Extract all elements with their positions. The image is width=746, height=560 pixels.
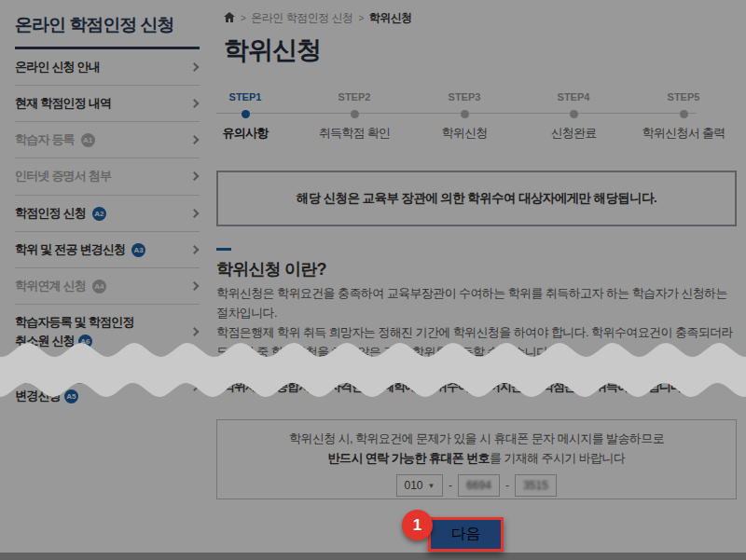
section-dash	[216, 248, 231, 251]
badge-a4: A4	[92, 280, 106, 294]
sidebar-menu: 온라인 신청 안내 현재 학점인정 내역 학습자 등록 A1 인터넷 증명서 첨…	[15, 49, 200, 415]
footer-strip	[0, 553, 746, 560]
sidebar-item-online-guide[interactable]: 온라인 신청 안내	[15, 49, 200, 86]
badge-a2: A2	[92, 207, 106, 221]
phone-dash: -	[505, 479, 509, 492]
section-body: 학위신청은 학위요건을 충족하여 교육부장관이 수여하는 학위를 취득하고자 하…	[216, 283, 739, 362]
breadcrumb-current: 학위신청	[369, 10, 412, 26]
page-title: 학위신청	[224, 34, 321, 67]
step-dot	[242, 110, 250, 118]
sidebar-item-degree-link[interactable]: 학위연계 신청 A4	[15, 268, 200, 305]
torn-text-fragment: 어지는	[479, 378, 532, 395]
chevron-right-icon	[190, 172, 200, 182]
badge-a1: A1	[81, 133, 95, 147]
phone-notice-box: 학위신청 시, 학위요건에 문제가 있을 시 휴대폰 문자 메시지를 발송하므로…	[216, 419, 737, 499]
chevron-right-icon	[190, 382, 200, 391]
next-button-highlight: 다음	[428, 517, 504, 552]
step-5: STEP5 학위신청서 출력	[623, 91, 744, 142]
sidebar-title: 온라인 학점인정 신청	[15, 13, 200, 49]
step-4: STEP4 신청완료	[513, 91, 634, 142]
phone-last-input[interactable]	[515, 474, 557, 497]
phone-prefix-select[interactable]: 010 ▼	[396, 474, 443, 497]
step-dot	[461, 110, 469, 118]
torn-text-fragment: 위수여	[426, 378, 478, 395]
sidebar-item-learner-registration[interactable]: 학습자 등록 A1	[15, 122, 200, 158]
badge-a6: A6	[78, 335, 92, 348]
torn-text-fragment: 학점은	[532, 378, 585, 395]
section-heading: 학위신청 이란?	[216, 258, 326, 280]
phone-notice-line2: 반드시 연락 가능한 휴대폰 번호를 기재해 주시기 바랍니다	[217, 450, 736, 467]
phone-notice-line1: 학위신청 시, 학위요건에 문제가 있을 시 휴대폰 문자 메시지를 발송하므로	[217, 430, 736, 447]
torn-text-fragment: 자격한	[320, 378, 372, 395]
annotation-step-badge: 1	[402, 510, 433, 540]
chevron-right-icon	[190, 327, 200, 336]
torn-text-fragment: 종합시	[267, 378, 319, 395]
torn-text-fragment: 대학에	[373, 378, 425, 395]
sidebar-item-internet-certificate[interactable]: 인터넷 증명서 첨부	[15, 158, 200, 195]
page: 온라인 학점인정 신청 온라인 신청 안내 현재 학점인정 내역 학습자 등록 …	[0, 0, 746, 560]
chevron-right-icon	[190, 62, 200, 72]
chevron-right-icon	[190, 245, 200, 254]
notice-box: 해당 신청은 교육부 장관에 의한 학위수여 대상자에게만 해당됩니다.	[216, 171, 737, 226]
sidebar-item-current-credits[interactable]: 현재 학점인정 내역	[15, 86, 200, 122]
torn-text-fragment: 합니다	[639, 378, 691, 395]
next-button[interactable]: 다음	[451, 525, 481, 544]
sidebar-item-cancellation-request[interactable]: 학습자등록 및 학점인정 취소원 신청A6	[15, 305, 200, 360]
step-2: STEP2 취득학점 확인	[294, 91, 415, 142]
badge-a5: A5	[64, 389, 78, 403]
phone-input-row: 010 ▼ - -	[217, 474, 736, 497]
torn-text-fragment: 취득하	[586, 378, 638, 395]
chevron-right-icon	[190, 209, 200, 218]
phone-dash: -	[449, 479, 452, 492]
step-dot	[680, 110, 688, 118]
step-3: STEP3 학위신청	[404, 91, 525, 142]
about-paragraph-2: 학점은행제 학위 취득 희망자는 정해진 기간에 학위신청을 하여야 합니다. …	[216, 322, 739, 362]
breadcrumb-separator: >	[359, 13, 364, 23]
step-dot	[351, 110, 359, 118]
about-paragraph-1: 학위신청은 학위요건을 충족하여 교육부장관이 수여하는 학위를 취득하고자 하…	[216, 283, 739, 322]
torn-text-fragment: 학위제	[214, 378, 266, 395]
step-dot	[570, 110, 578, 118]
sidebar-item-course-class-change[interactable]: 전공교양호환과목 학습구분 변경신청A5	[15, 360, 200, 414]
home-icon[interactable]	[224, 12, 235, 25]
sidebar-item-credit-recognition[interactable]: 학점인정 신청 A2	[15, 196, 200, 232]
badge-a3: A3	[131, 243, 145, 257]
sidebar: 온라인 학점인정 신청 온라인 신청 안내 현재 학점인정 내역 학습자 등록 …	[0, 0, 214, 560]
step-1: STEP1 유의사항	[185, 91, 306, 142]
sidebar-item-degree-major-change[interactable]: 학위 및 전공 변경신청 A3	[15, 232, 200, 268]
chevron-right-icon	[190, 281, 200, 291]
phone-middle-input[interactable]	[458, 474, 500, 497]
breadcrumb-link[interactable]: 온라인 학점인정 신청	[251, 10, 352, 26]
breadcrumb-separator: >	[241, 13, 245, 23]
chevron-down-icon: ▼	[428, 482, 435, 490]
breadcrumb: > 온라인 학점인정 신청 > 학위신청	[224, 10, 412, 26]
